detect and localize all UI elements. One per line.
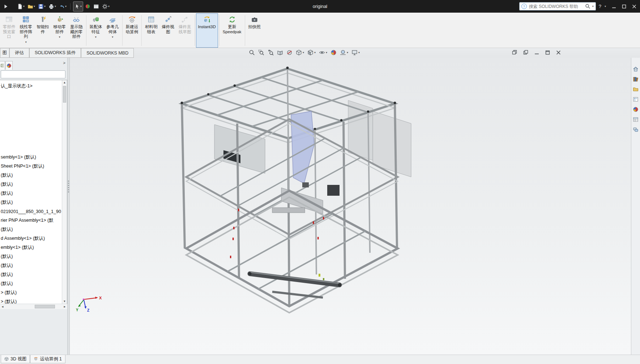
feature-tree-tab[interactable] bbox=[0, 61, 5, 70]
tree-item[interactable]: (默认) bbox=[0, 261, 62, 270]
tree-item[interactable]: Sheet PNP<1> (默认) bbox=[0, 162, 62, 171]
zoom-to-area-icon[interactable] bbox=[258, 49, 264, 56]
chevron-down-icon[interactable]: ▾ bbox=[592, 5, 594, 8]
next-window-icon[interactable] bbox=[523, 50, 528, 55]
chevron-down-icon[interactable]: ▾ bbox=[108, 5, 110, 8]
custom-properties-icon[interactable] bbox=[633, 116, 639, 122]
sheet-properties-button[interactable] bbox=[92, 2, 100, 11]
view-settings-icon[interactable]: ▾ bbox=[351, 49, 360, 56]
solidworks-resources-home-icon[interactable] bbox=[633, 66, 639, 72]
tree-filter-box[interactable] bbox=[1, 70, 65, 78]
chevron-down-icon[interactable]: ▾ bbox=[347, 51, 348, 54]
rebuild-button[interactable] bbox=[84, 2, 91, 11]
ribbon-button-bill-of-materials[interactable]: 材料明 细表 bbox=[143, 13, 160, 48]
chevron-down-icon[interactable]: ▾ bbox=[25, 40, 27, 45]
section-view-icon[interactable] bbox=[286, 49, 293, 56]
graphics-area[interactable]: X Y Z bbox=[70, 58, 631, 355]
ribbon-button-update-speedpak[interactable]: 更新 Speedpak bbox=[221, 13, 244, 48]
tab-evaluate[interactable]: 评估 bbox=[9, 48, 29, 58]
help-button[interactable]: ? bbox=[599, 4, 601, 9]
tree-item[interactable]: 0219201___850_300_1_1_90 bbox=[0, 207, 62, 216]
ribbon-button-assembly-features[interactable]: 装配体 特征 ▾ bbox=[88, 13, 104, 48]
save-button[interactable]: ▾ bbox=[37, 2, 47, 11]
tree-vertical-scrollbar[interactable]: ▲ ▼ bbox=[62, 80, 67, 304]
tree-item[interactable]: (默认) bbox=[0, 252, 62, 261]
edit-appearance-icon[interactable] bbox=[330, 49, 337, 56]
ribbon-button-take-snapshot[interactable]: 拍快照 bbox=[246, 13, 263, 48]
display-manager-tab[interactable] bbox=[5, 61, 13, 70]
tree-item[interactable]: rier PNP Assembly<1> (默 bbox=[0, 216, 62, 225]
vertical-scroll-thumb[interactable] bbox=[63, 86, 66, 103]
ribbon-button-reference-geometry[interactable]: 参考几 何体 ▾ bbox=[104, 13, 121, 48]
scroll-right-arrow[interactable]: ► bbox=[63, 305, 66, 308]
close-button[interactable] bbox=[632, 4, 636, 9]
tree-item[interactable]: (默认) bbox=[0, 189, 62, 198]
search-input[interactable] bbox=[528, 4, 584, 9]
tree-item[interactable]: embly<1> (默认) bbox=[0, 243, 62, 252]
previous-view-icon[interactable] bbox=[268, 49, 274, 56]
ribbon-button-instant3d[interactable]: Instant3D bbox=[196, 13, 218, 48]
chevron-down-icon[interactable]: ▾ bbox=[23, 5, 25, 8]
tab-sketch[interactable]: 图 bbox=[0, 48, 9, 58]
chevron-down-icon[interactable]: ▾ bbox=[358, 51, 360, 54]
new-document-button[interactable]: ▾ bbox=[16, 2, 26, 11]
maximize-button[interactable] bbox=[622, 4, 626, 9]
hide-show-items-icon[interactable]: ▾ bbox=[319, 49, 327, 56]
appearances-scenes-icon[interactable] bbox=[633, 106, 639, 112]
minimize-button[interactable] bbox=[612, 4, 616, 9]
tree-item[interactable]: (默认) bbox=[0, 270, 62, 279]
ribbon-button-show-hidden-components[interactable]: 显示隐 藏的零 部件 bbox=[68, 13, 85, 48]
ribbon-button-move-component[interactable]: 移动零 部件 ▾ bbox=[51, 13, 68, 48]
ribbon-button-smart-fasteners[interactable]: 智能扣 件 bbox=[34, 13, 51, 48]
chevron-down-icon[interactable]: ▾ bbox=[605, 5, 606, 8]
tab-solidworks-mbd[interactable]: SOLIDWORKS MBD bbox=[81, 48, 134, 58]
select-tool-button[interactable]: ▾ bbox=[73, 1, 83, 12]
scroll-up-arrow[interactable]: ▲ bbox=[63, 81, 66, 84]
chevron-down-icon[interactable]: ▾ bbox=[326, 51, 327, 54]
expand-menu-icon[interactable] bbox=[2, 2, 9, 11]
scroll-left-arrow[interactable]: ◄ bbox=[1, 305, 4, 308]
tree-item[interactable]: (默认) bbox=[0, 171, 62, 180]
scroll-down-arrow[interactable]: ▼ bbox=[63, 300, 66, 303]
solidworks-forum-icon[interactable] bbox=[633, 126, 639, 133]
tree-horizontal-scrollbar[interactable]: ◄ ► bbox=[0, 304, 67, 309]
chevron-down-icon[interactable]: ▾ bbox=[55, 5, 56, 8]
ribbon-button-exploded-view[interactable]: 爆炸视 图 bbox=[160, 13, 177, 48]
options-button[interactable]: ▾ bbox=[101, 2, 111, 11]
tree-item[interactable]: d Assembly<1> (默认) bbox=[0, 234, 62, 243]
panel-collapse-arrow[interactable]: > bbox=[63, 61, 65, 65]
zoom-to-fit-icon[interactable] bbox=[249, 49, 255, 56]
open-button[interactable]: ▾ bbox=[26, 2, 36, 11]
tree-item[interactable]: sembly<1> (默认) bbox=[0, 153, 62, 162]
ribbon-button-new-motion-study[interactable]: 新建运 动算例 bbox=[124, 13, 141, 48]
tree-item[interactable]: (默认) bbox=[0, 198, 62, 207]
tree-item[interactable]: > (默认) bbox=[0, 297, 62, 304]
doc-minimize-button[interactable] bbox=[534, 50, 539, 55]
tree-item[interactable]: > (默认) bbox=[0, 288, 62, 297]
doc-restore-button[interactable] bbox=[545, 50, 550, 55]
chevron-down-icon[interactable]: ▾ bbox=[112, 35, 113, 40]
chevron-down-icon[interactable]: ▾ bbox=[44, 5, 46, 8]
display-style-icon[interactable]: ▾ bbox=[307, 49, 316, 56]
chevron-down-icon[interactable]: ▾ bbox=[314, 51, 316, 54]
tree-item[interactable]: (默认) bbox=[0, 225, 62, 234]
print-button[interactable]: ▾ bbox=[47, 2, 57, 11]
chevron-down-icon[interactable]: ▾ bbox=[65, 5, 67, 8]
tree-item[interactable]: 认_显示状态-1> bbox=[0, 82, 62, 91]
chevron-down-icon[interactable]: ▾ bbox=[80, 5, 82, 8]
chevron-down-icon[interactable]: ▾ bbox=[59, 35, 60, 40]
doc-close-button[interactable] bbox=[556, 50, 561, 55]
chevron-down-icon[interactable]: ▾ bbox=[34, 5, 35, 8]
apply-scene-icon[interactable]: ▾ bbox=[340, 49, 348, 56]
previous-window-icon[interactable] bbox=[512, 50, 517, 55]
tab-3d-view[interactable]: 3D 视图 bbox=[1, 355, 30, 363]
standard-views-icon[interactable] bbox=[277, 49, 283, 56]
tab-solidworks-addins[interactable]: SOLIDWORKS 插件 bbox=[29, 48, 81, 58]
horizontal-scroll-thumb[interactable] bbox=[35, 305, 55, 308]
panel-splitter[interactable] bbox=[67, 58, 70, 355]
design-library-icon[interactable] bbox=[633, 76, 639, 82]
tree-item[interactable]: (默认) bbox=[0, 279, 62, 288]
ribbon-button-linear-component-pattern[interactable]: 线性零 部件阵 列 ▾ bbox=[18, 13, 35, 48]
chevron-down-icon[interactable]: ▾ bbox=[303, 51, 304, 54]
undo-button[interactable]: ▾ bbox=[58, 2, 68, 11]
